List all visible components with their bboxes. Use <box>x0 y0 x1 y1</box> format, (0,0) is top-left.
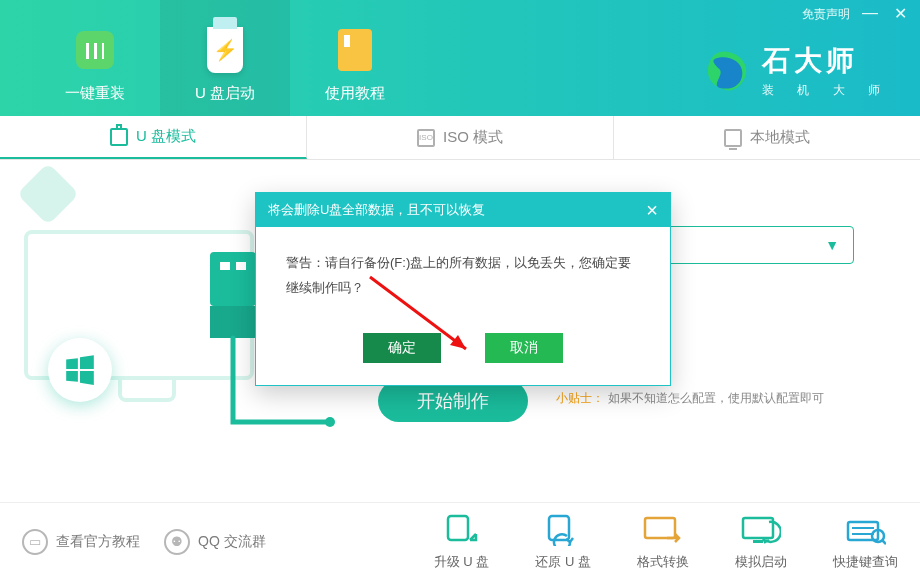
restore-usb-icon <box>541 513 585 547</box>
mode-tabs: U 盘模式 ISO ISO 模式 本地模式 <box>0 116 920 160</box>
confirm-dialog: 将会删除U盘全部数据，且不可以恢复 × 警告：请自行备份(F:)盘上的所有数据，… <box>255 192 671 386</box>
tool-format-label: 格式转换 <box>637 553 689 571</box>
tool-restore-label: 还原 U 盘 <box>535 553 591 571</box>
tab-tutorial-label: 使用教程 <box>325 84 385 103</box>
svg-rect-9 <box>753 540 763 543</box>
official-tutorial-label: 查看官方教程 <box>56 533 140 551</box>
window-controls: — ✕ <box>862 4 908 23</box>
upgrade-usb-icon <box>440 513 484 547</box>
format-convert-icon <box>641 513 685 547</box>
footer: ▭ 查看官方教程 ⚉ QQ 交流群 升级 U 盘 还原 U 盘 格式转换 模拟启… <box>0 502 920 580</box>
tab-usb-boot[interactable]: U 盘启动 <box>160 0 290 116</box>
tool-upgrade-label: 升级 U 盘 <box>434 553 490 571</box>
app-header: 免责声明 — ✕ 一键重装 U 盘启动 使用教程 石大师 装 机 大 师 <box>0 0 920 116</box>
usb-boot-icon <box>207 27 243 73</box>
tool-hotkey-label: 快捷键查询 <box>833 553 898 571</box>
official-tutorial-link[interactable]: ▭ 查看官方教程 <box>22 529 140 555</box>
windows-badge <box>48 338 112 402</box>
svg-rect-5 <box>448 516 468 540</box>
minimize-button[interactable]: — <box>862 4 878 23</box>
tab-tutorial[interactable]: 使用教程 <box>290 0 420 116</box>
tool-upgrade-usb[interactable]: 升级 U 盘 <box>434 513 490 571</box>
brand: 石大师 装 机 大 师 <box>704 42 890 99</box>
tutorial-icon <box>338 29 372 71</box>
nav-tabs: 一键重装 U 盘启动 使用教程 <box>30 0 420 116</box>
usb-mode-icon <box>110 128 128 146</box>
local-mode-icon <box>724 129 742 147</box>
svg-rect-1 <box>220 262 230 270</box>
brand-title: 石大师 <box>762 42 858 80</box>
dialog-header: 将会删除U盘全部数据，且不可以恢复 × <box>256 193 670 227</box>
svg-rect-0 <box>210 252 256 306</box>
tab-reinstall-label: 一键重装 <box>65 84 125 103</box>
brand-subtitle: 装 机 大 师 <box>762 82 890 99</box>
hotkey-query-icon <box>844 513 888 547</box>
svg-line-14 <box>882 540 886 544</box>
tool-simulate-boot[interactable]: 模拟启动 <box>735 513 787 571</box>
tip-text: 小贴士：如果不知道怎么配置，使用默认配置即可 <box>556 390 824 407</box>
qq-group-label: QQ 交流群 <box>198 533 266 551</box>
mode-tab-local[interactable]: 本地模式 <box>614 116 920 159</box>
book-icon: ▭ <box>22 529 48 555</box>
brand-logo-icon <box>704 48 750 94</box>
tab-reinstall[interactable]: 一键重装 <box>30 0 160 116</box>
ok-button[interactable]: 确定 <box>363 333 441 363</box>
svg-rect-2 <box>236 262 246 270</box>
dialog-footer: 确定 取消 <box>256 327 670 385</box>
dialog-close-icon[interactable]: × <box>646 199 658 222</box>
svg-rect-8 <box>743 518 773 538</box>
mode-tab-local-label: 本地模式 <box>750 128 810 147</box>
cancel-button[interactable]: 取消 <box>485 333 563 363</box>
svg-rect-3 <box>210 306 256 338</box>
mode-tab-iso[interactable]: ISO ISO 模式 <box>307 116 614 159</box>
decorative-square <box>17 163 79 225</box>
svg-point-4 <box>325 417 335 427</box>
mode-tab-usb[interactable]: U 盘模式 <box>0 116 307 159</box>
tip-label: 小贴士： <box>556 391 604 405</box>
people-icon: ⚉ <box>164 529 190 555</box>
tool-restore-usb[interactable]: 还原 U 盘 <box>535 513 591 571</box>
disclaimer-link[interactable]: 免责声明 <box>802 6 850 23</box>
tool-hotkey-query[interactable]: 快捷键查询 <box>833 513 898 571</box>
tab-usb-boot-label: U 盘启动 <box>195 84 255 103</box>
reinstall-icon <box>76 31 114 69</box>
dialog-title: 将会删除U盘全部数据，且不可以恢复 <box>268 201 485 219</box>
dialog-body: 警告：请自行备份(F:)盘上的所有数据，以免丢失，您确定要继续制作吗？ <box>256 227 670 327</box>
close-button[interactable]: ✕ <box>892 4 908 23</box>
svg-rect-7 <box>645 518 675 538</box>
tip-body: 如果不知道怎么配置，使用默认配置即可 <box>608 391 824 405</box>
simulate-boot-icon <box>739 513 783 547</box>
iso-mode-icon: ISO <box>417 129 435 147</box>
mode-tab-iso-label: ISO 模式 <box>443 128 503 147</box>
mode-tab-usb-label: U 盘模式 <box>136 127 196 146</box>
chevron-down-icon: ▼ <box>825 237 839 253</box>
start-button[interactable]: 开始制作 <box>378 380 528 422</box>
tool-format-convert[interactable]: 格式转换 <box>637 513 689 571</box>
tool-simulate-label: 模拟启动 <box>735 553 787 571</box>
qq-group-link[interactable]: ⚉ QQ 交流群 <box>164 529 266 555</box>
